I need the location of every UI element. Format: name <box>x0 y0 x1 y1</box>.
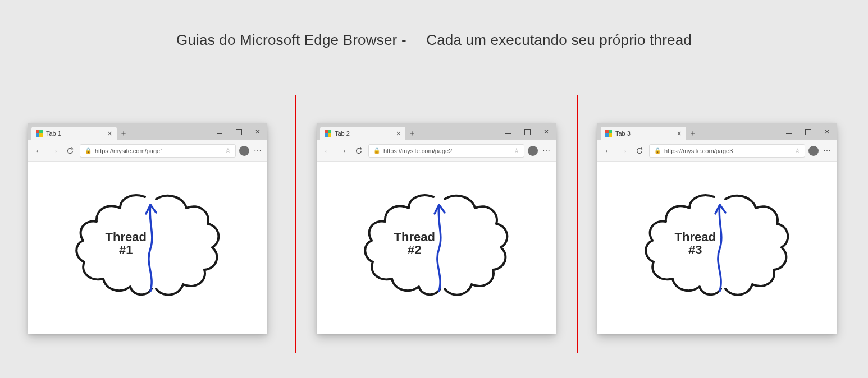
lock-icon: 🔒 <box>373 147 380 154</box>
window-titlebar: Tab 1 ✕ ＋ <box>28 123 267 140</box>
browser-tab[interactable]: Tab 3 ✕ <box>601 127 686 140</box>
browser-tab[interactable]: Tab 2 ✕ <box>320 127 405 140</box>
more-menu-button[interactable]: ⋯ <box>822 146 832 155</box>
thread-cloud-illustration: Thread #3 <box>636 186 798 303</box>
refresh-button[interactable] <box>633 145 646 157</box>
profile-avatar[interactable] <box>808 146 819 156</box>
thread-label: Thread #1 <box>106 231 147 256</box>
more-menu-button[interactable]: ⋯ <box>541 146 551 155</box>
address-bar[interactable]: 🔒 https://mysite.com/page3 ☆ <box>649 144 805 158</box>
forward-button[interactable]: → <box>618 145 630 157</box>
thread-label-line2: #3 <box>675 243 716 256</box>
maximize-button[interactable] <box>518 123 537 140</box>
thread-label-line2: #2 <box>394 243 435 256</box>
window-controls <box>210 123 267 140</box>
url-text: https://mysite.com/page2 <box>383 147 510 154</box>
thread-label-line1: Thread <box>394 231 435 243</box>
browser-window: Tab 1 ✕ ＋ ← → 🔒 https://mysite.com/page1… <box>28 123 267 334</box>
browser-toolbar: ← → 🔒 https://mysite.com/page1 ☆ ⋯ <box>28 140 267 162</box>
favorite-star-icon[interactable]: ☆ <box>514 147 519 154</box>
favorite-star-icon[interactable]: ☆ <box>794 147 800 154</box>
close-window-button[interactable] <box>248 123 267 140</box>
back-button[interactable]: ← <box>602 145 614 157</box>
thread-label: Thread #2 <box>394 231 435 256</box>
heading-part-b: Cada um executando seu próprio thread <box>426 31 692 48</box>
window-controls <box>499 123 556 140</box>
back-button[interactable]: ← <box>321 145 334 157</box>
lock-icon: 🔒 <box>654 147 661 154</box>
tab-title: Tab 3 <box>615 130 673 137</box>
windows-logo-icon <box>605 130 612 137</box>
back-button[interactable]: ← <box>33 145 45 157</box>
tab-title: Tab 1 <box>46 130 104 137</box>
thread-label-line1: Thread <box>675 231 716 243</box>
windows-logo-icon <box>325 130 331 137</box>
maximize-button[interactable] <box>798 123 817 140</box>
window-titlebar: Tab 3 ✕ ＋ <box>597 123 837 140</box>
browser-toolbar: ← → 🔒 https://mysite.com/page3 ☆ ⋯ <box>597 140 837 162</box>
heading-part-a: Guias do Microsoft Edge Browser - <box>176 31 406 48</box>
favorite-star-icon[interactable]: ☆ <box>225 147 231 154</box>
browser-toolbar: ← → 🔒 https://mysite.com/page2 ☆ ⋯ <box>317 140 556 162</box>
minimize-button[interactable] <box>779 123 798 140</box>
window-controls <box>779 123 837 140</box>
profile-avatar[interactable] <box>239 146 249 156</box>
thread-label-line2: #1 <box>106 243 147 256</box>
address-bar[interactable]: 🔒 https://mysite.com/page1 ☆ <box>80 144 236 158</box>
tab-strip: Tab 2 ✕ ＋ <box>317 123 499 140</box>
minimize-button[interactable] <box>210 123 229 140</box>
window-titlebar: Tab 2 ✕ ＋ <box>317 123 556 140</box>
url-text: https://mysite.com/page1 <box>95 147 222 154</box>
new-tab-button[interactable]: ＋ <box>405 127 419 140</box>
page-viewport: Thread #3 <box>597 162 837 334</box>
new-tab-button[interactable]: ＋ <box>686 127 700 140</box>
windows-logo-icon <box>36 130 43 137</box>
thread-cloud-illustration: Thread #2 <box>355 186 518 303</box>
profile-avatar[interactable] <box>528 146 538 156</box>
tab-strip: Tab 1 ✕ ＋ <box>28 123 210 140</box>
address-bar[interactable]: 🔒 https://mysite.com/page2 ☆ <box>368 144 524 158</box>
browser-window: Tab 3 ✕ ＋ ← → 🔒 https://mysite.com/page3… <box>597 123 837 334</box>
close-window-button[interactable] <box>537 123 556 140</box>
close-tab-icon[interactable]: ✕ <box>107 130 112 137</box>
vertical-divider <box>295 95 296 353</box>
tab-strip: Tab 3 ✕ ＋ <box>597 123 779 140</box>
tab-title: Tab 2 <box>335 130 392 137</box>
browser-tab[interactable]: Tab 1 ✕ <box>31 127 117 140</box>
maximize-button[interactable] <box>229 123 248 140</box>
close-tab-icon[interactable]: ✕ <box>677 130 682 137</box>
close-tab-icon[interactable]: ✕ <box>396 130 401 137</box>
new-tab-button[interactable]: ＋ <box>117 127 130 140</box>
page-viewport: Thread #1 <box>28 162 267 334</box>
page-viewport: Thread #2 <box>317 162 556 334</box>
url-text: https://mysite.com/page3 <box>664 147 791 154</box>
minimize-button[interactable] <box>499 123 518 140</box>
refresh-button[interactable] <box>64 145 76 157</box>
forward-button[interactable]: → <box>48 145 61 157</box>
refresh-button[interactable] <box>353 145 365 157</box>
thread-cloud-illustration: Thread #1 <box>66 186 229 303</box>
forward-button[interactable]: → <box>337 145 349 157</box>
lock-icon: 🔒 <box>85 147 92 154</box>
thread-label-line1: Thread <box>106 231 147 243</box>
close-window-button[interactable] <box>817 123 837 140</box>
more-menu-button[interactable]: ⋯ <box>253 146 263 155</box>
browser-window: Tab 2 ✕ ＋ ← → 🔒 https://mysite.com/page2… <box>317 123 556 334</box>
thread-label: Thread #3 <box>675 231 716 256</box>
diagram-heading: Guias do Microsoft Edge Browser - Cada u… <box>0 31 868 49</box>
vertical-divider <box>577 95 578 353</box>
